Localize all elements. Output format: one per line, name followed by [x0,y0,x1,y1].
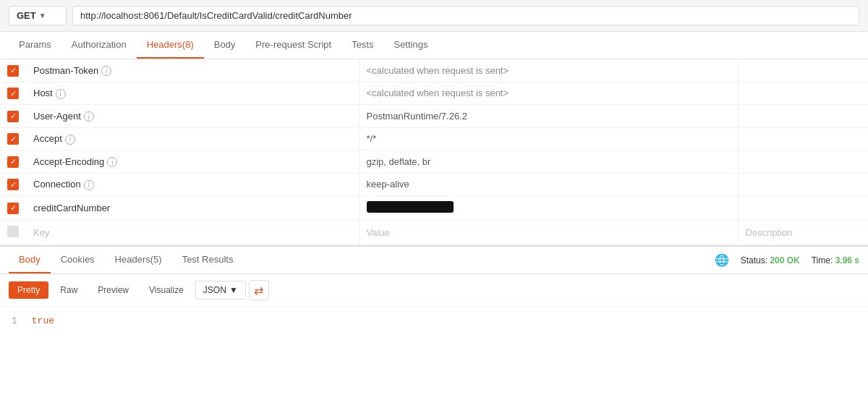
header-value: keep-alive [359,173,738,196]
tab-prerequest[interactable]: Pre-request Script [245,32,341,59]
row-checkbox[interactable]: ✓ [7,133,19,145]
info-icon: i [84,111,94,122]
response-meta: 🌐 Status: 200 OK Time: 3.96 s [715,253,859,267]
format-tab-raw[interactable]: Raw [51,281,86,299]
header-description [738,196,868,221]
url-input[interactable] [72,6,859,25]
response-headers-badge: (5) [150,254,162,265]
header-description [738,173,868,196]
header-key: Connectioni [26,173,359,196]
row-checkbox[interactable]: ✓ [7,88,19,99]
header-description [738,127,868,150]
info-icon: i [56,89,66,99]
header-key: creditCardNumber [26,196,359,221]
tab-tests[interactable]: Tests [341,32,383,59]
response-tab-cookies[interactable]: Cookies [51,247,105,273]
row-checkbox[interactable]: ✓ [7,203,19,214]
format-bar: Pretty Raw Preview Visualize JSON ▼ ⇄ [0,274,868,307]
method-select[interactable]: GET ▼ [9,6,67,25]
wrap-icon: ⇄ [254,284,263,297]
tab-body[interactable]: Body [204,32,246,59]
redacted-value [367,201,454,213]
format-type-select[interactable]: JSON ▼ [195,281,246,300]
header-description [738,59,868,82]
header-value: */* [359,127,738,150]
table-row: ✓Connectionikeep-alive [0,173,868,196]
tab-authorization[interactable]: Authorization [61,32,137,59]
time-value: 3.96 s [835,255,859,266]
format-type-chevron: ▼ [229,285,238,295]
header-key: Accept-Encodingi [26,150,359,174]
line-number-1: 1 [12,315,17,326]
row-checkbox[interactable]: ✓ [7,179,19,190]
table-row: ✓creditCardNumber [0,196,868,221]
header-key: Accepti [26,127,359,150]
format-tab-pretty[interactable]: Pretty [9,281,48,299]
table-row: ✓Accepti*/* [0,127,868,150]
header-description [738,105,868,128]
request-tabs: Params Authorization Headers(8) Body Pre… [9,32,859,59]
response-tabs-bar: Body Cookies Headers(5) Test Results 🌐 S… [0,247,868,274]
empty-key-placeholder[interactable]: Key [26,221,359,245]
header-value: PostmanRuntime/7.26.2 [359,105,738,128]
info-icon: i [107,157,117,167]
status-label: Status: 200 OK [741,255,800,266]
tab-headers[interactable]: Headers(8) [137,32,204,59]
code-area: 1true [0,307,868,335]
wrap-button[interactable]: ⇄ [249,280,269,300]
url-bar: GET ▼ [0,0,868,32]
table-row: ✓Postman-Tokeni<calculated when request … [0,59,868,82]
header-value: <calculated when request is sent> [359,59,738,82]
header-key: Postman-Tokeni [26,59,359,82]
tab-params[interactable]: Params [9,32,61,59]
empty-value-placeholder[interactable]: Value [359,221,738,245]
code-value-1: true [32,315,54,326]
tab-settings[interactable]: Settings [383,32,438,59]
table-row-empty: KeyValueDescription [0,221,868,245]
format-tab-visualize[interactable]: Visualize [140,281,192,299]
status-value: 200 OK [770,255,799,266]
globe-icon: 🌐 [715,253,729,267]
header-key: Hosti [26,82,359,105]
method-chevron: ▼ [39,12,46,20]
header-description [738,82,868,105]
response-tab-test-results[interactable]: Test Results [172,247,244,273]
empty-row-checkbox[interactable] [7,226,19,237]
header-value [359,196,738,221]
headers-table-container: ✓Postman-Tokeni<calculated when request … [0,59,868,245]
response-tab-body[interactable]: Body [9,247,51,273]
method-label: GET [17,10,36,21]
header-key: User-Agenti [26,105,359,128]
response-section: Body Cookies Headers(5) Test Results 🌐 S… [0,245,868,335]
row-checkbox[interactable]: ✓ [7,111,19,122]
header-description [738,150,868,174]
empty-desc-placeholder[interactable]: Description [738,221,868,245]
info-icon: i [65,135,75,145]
headers-table: ✓Postman-Tokeni<calculated when request … [0,59,868,245]
time-label: Time: 3.96 s [812,255,859,266]
headers-badge: (8) [182,39,194,50]
info-icon: i [101,66,111,76]
row-checkbox[interactable]: ✓ [7,65,19,77]
response-tab-headers[interactable]: Headers(5) [105,247,172,273]
response-tabs: Body Cookies Headers(5) Test Results [9,247,715,273]
table-row: ✓Hosti<calculated when request is sent> [0,82,868,105]
request-tabs-section: Params Authorization Headers(8) Body Pre… [0,32,868,59]
table-row: ✓Accept-Encodingigzip, deflate, br [0,150,868,174]
format-type-label: JSON [203,285,226,295]
header-value: gzip, deflate, br [359,150,738,174]
header-value: <calculated when request is sent> [359,82,738,105]
row-checkbox[interactable]: ✓ [7,156,19,168]
info-icon: i [84,180,94,190]
table-row: ✓User-AgentiPostmanRuntime/7.26.2 [0,105,868,128]
format-tab-preview[interactable]: Preview [89,281,137,299]
